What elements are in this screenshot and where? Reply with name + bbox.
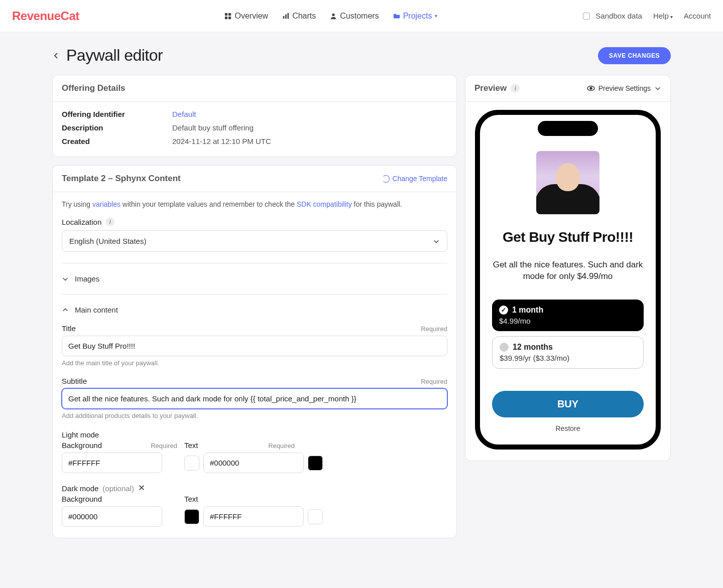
nav-customers-label: Customers	[340, 12, 379, 21]
nav-center: Overview Charts Customers Projects ▾	[79, 12, 583, 21]
nav-right: Sandbox data Help▾ Account	[583, 12, 711, 20]
chevron-down-icon	[433, 238, 440, 245]
lightmode-label: Light mode	[62, 430, 447, 439]
offering-description-value: Default buy stuff offering	[172, 123, 254, 132]
text-color-label: Text	[184, 441, 198, 450]
user-icon	[330, 13, 337, 20]
nav-charts[interactable]: Charts	[282, 12, 316, 21]
svg-rect-0	[225, 13, 227, 15]
plan1-price: $4.99/mo	[499, 317, 637, 325]
dark-text-swatch[interactable]	[308, 509, 323, 524]
light-bg-input[interactable]	[62, 453, 162, 473]
page: Paywall editor SAVE CHANGES Offering Det…	[40, 32, 683, 570]
change-template-label: Change Template	[393, 175, 447, 183]
info-icon[interactable]: i	[511, 84, 520, 93]
radio-unchecked-icon	[500, 343, 509, 352]
main-content-section-toggle[interactable]: Main content	[62, 306, 447, 314]
localization-value: English (United States)	[69, 237, 146, 245]
restore-button[interactable]: Restore	[555, 424, 580, 432]
save-changes-button[interactable]: SAVE CHANGES	[598, 47, 671, 64]
plan-option-1[interactable]: 1 month $4.99/mo	[492, 300, 644, 331]
background-label: Background	[62, 441, 102, 450]
preview-settings-button[interactable]: Preview Settings	[587, 84, 661, 92]
required-tag: Required	[421, 325, 447, 333]
nav-help[interactable]: Help▾	[653, 12, 673, 20]
variables-link[interactable]: variables	[92, 200, 120, 208]
light-text-swatch[interactable]	[308, 456, 323, 471]
svg-point-9	[590, 87, 592, 89]
nav-help-label: Help	[653, 12, 669, 20]
subtitle-label: Subtitle	[62, 377, 87, 385]
main-content-label: Main content	[75, 306, 118, 314]
page-title: Paywall editor	[66, 46, 163, 65]
offering-identifier-value[interactable]: Default	[172, 110, 196, 118]
plan1-name: 1 month	[512, 306, 543, 315]
top-nav: RevenueCat Overview Charts Customers Pro…	[0, 0, 723, 32]
back-button[interactable]	[52, 52, 60, 60]
change-template-button[interactable]: Change Template	[382, 175, 447, 183]
plan2-name: 12 months	[513, 343, 553, 352]
preview-card: Preview i Preview Settings	[465, 75, 671, 461]
title-label: Title	[62, 324, 76, 333]
plan-option-2[interactable]: 12 months $39.99/yr ($3.33/mo)	[492, 336, 644, 369]
page-header: Paywall editor SAVE CHANGES	[52, 46, 671, 65]
dark-bg-input[interactable]	[62, 506, 162, 527]
nav-projects-label: Projects	[403, 12, 432, 21]
offering-description-label: Description	[62, 123, 172, 132]
nav-account[interactable]: Account	[684, 12, 711, 20]
sandbox-label: Sandbox data	[595, 12, 642, 20]
dark-text-input[interactable]	[203, 506, 304, 527]
buy-button[interactable]: BUY	[492, 391, 644, 417]
nav-customers[interactable]: Customers	[330, 12, 379, 21]
nav-overview-label: Overview	[234, 12, 268, 21]
sdk-compat-link[interactable]: SDK compatibility	[297, 200, 352, 208]
grid-icon	[224, 13, 231, 20]
required-tag: Required	[421, 378, 447, 385]
svg-rect-1	[228, 13, 231, 15]
title-input[interactable]	[62, 336, 447, 356]
folder-icon	[393, 13, 400, 20]
svg-rect-3	[228, 16, 231, 19]
phone-mock: Get Buy Stuff Pro!!!! Get all the nice f…	[475, 110, 661, 450]
darkmode-label: Dark mode	[62, 484, 98, 493]
checkbox-icon	[583, 13, 590, 20]
svg-rect-6	[288, 13, 289, 18]
paywall-avatar	[536, 151, 599, 214]
subtitle-help: Add additional products details to your …	[62, 412, 447, 419]
dark-bg-swatch[interactable]	[184, 509, 199, 524]
plan2-price: $39.99/yr ($3.33/mo)	[500, 354, 636, 362]
offering-details-card: Offering Details Offering Identifier Def…	[52, 75, 457, 157]
darkmode-optional: (optional)	[102, 484, 134, 493]
bar-chart-icon	[282, 13, 289, 20]
chevron-down-icon	[62, 275, 69, 282]
preview-settings-label: Preview Settings	[598, 84, 651, 92]
info-icon[interactable]: i	[105, 217, 114, 226]
svg-rect-5	[285, 14, 287, 19]
required-tag: Required	[268, 442, 295, 450]
background-label: Background	[62, 495, 102, 503]
svg-rect-2	[225, 16, 227, 19]
template-content-title: Template 2 – Sphynx Content	[62, 174, 181, 184]
subtitle-input[interactable]	[62, 388, 447, 409]
sandbox-toggle[interactable]: Sandbox data	[583, 12, 642, 20]
preview-title: Preview	[474, 83, 507, 93]
images-label: Images	[75, 274, 99, 283]
refresh-icon	[382, 175, 390, 183]
logo[interactable]: RevenueCat	[12, 9, 79, 23]
darkmode-remove-button[interactable]	[138, 484, 145, 493]
nav-projects[interactable]: Projects ▾	[393, 12, 438, 21]
chevron-down-icon	[654, 85, 661, 92]
svg-rect-4	[283, 16, 285, 19]
localization-select[interactable]: English (United States)	[62, 230, 447, 252]
nav-overview[interactable]: Overview	[224, 12, 268, 21]
chevron-down-icon: ▾	[435, 13, 437, 19]
nav-charts-label: Charts	[292, 12, 316, 21]
offering-details-title: Offering Details	[62, 83, 126, 93]
light-bg-swatch[interactable]	[184, 456, 199, 471]
light-text-input[interactable]	[203, 453, 304, 473]
offering-created-value: 2024-11-12 at 12:10 PM UTC	[172, 137, 271, 145]
text-color-label: Text	[184, 495, 198, 503]
check-circle-icon	[499, 306, 508, 315]
images-section-toggle[interactable]: Images	[62, 274, 447, 283]
eye-icon	[587, 84, 595, 92]
